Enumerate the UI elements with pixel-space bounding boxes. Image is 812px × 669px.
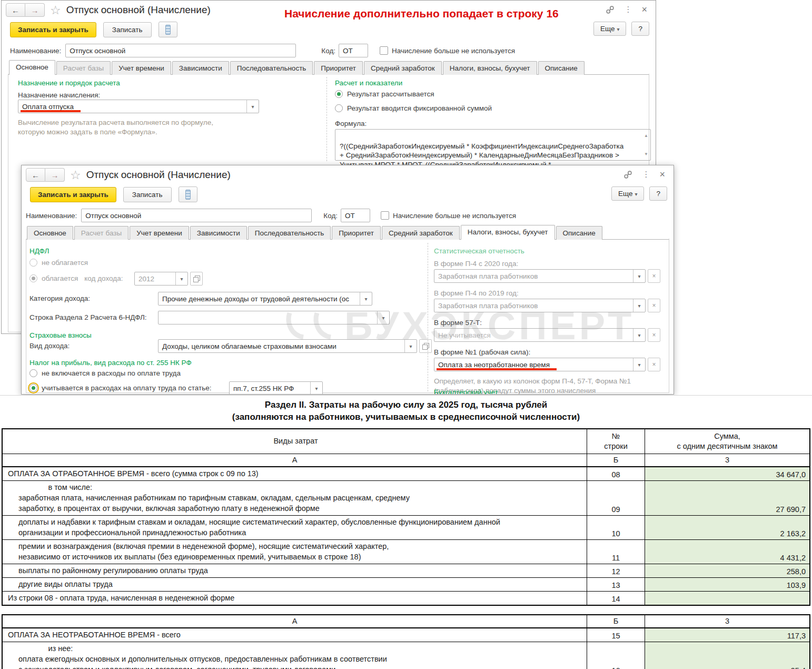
clear-f57-button[interactable]: × [648,328,660,342]
change-history-button[interactable] [159,22,177,37]
report-section: Раздел II. Затраты на рабочую силу за 20… [0,395,812,669]
menu-dots-icon[interactable]: ⋮ [624,5,632,14]
toolbar: Записать и закрыть Записать [10,22,177,37]
p4-2019-label: В форме П-4 по 2019 год: [434,289,519,297]
clear-f1-button[interactable]: × [648,358,660,371]
row-num: 08 [587,467,645,480]
letter-c: 3 [645,615,809,627]
tab-posledovatelnost[interactable]: Последовательность [248,226,331,240]
radio-icon[interactable] [29,369,37,377]
f57-select[interactable]: Не учитывается ▾ [434,328,646,342]
dropdown-arrow-icon[interactable]: ▾ [633,329,645,341]
back-button[interactable]: ← [6,3,25,17]
save-button[interactable]: Записать [123,187,172,202]
tab-osnovnoe[interactable]: Основное [27,226,73,240]
forward-button[interactable]: → [25,3,45,17]
close-icon[interactable]: × [659,170,665,179]
help-button[interactable]: ? [631,22,649,36]
favorite-star-icon[interactable]: ☆ [70,169,81,181]
income-code-select[interactable]: 2012 ▾ [134,272,188,286]
tab-osnovnoe[interactable]: Основное [9,60,55,75]
code-input[interactable]: ОТ [339,44,368,57]
save-close-button[interactable]: Записать и закрыть [10,22,96,37]
back-button[interactable]: ← [26,168,45,182]
radio-result-fixed[interactable]: Результат вводится фиксированной суммой [335,104,492,112]
forward-button[interactable]: → [45,168,65,182]
radio-result-calculated[interactable]: Результат рассчитывается [335,90,434,98]
tab-posledovatelnost[interactable]: Последовательность [230,61,313,75]
p4-2019-select[interactable]: Заработная плата работников ▾ [434,299,646,312]
dropdown-arrow-icon[interactable]: ▾ [404,340,417,352]
code-input[interactable]: ОТ [341,209,370,222]
clear-p4-2019-button[interactable]: × [648,299,660,312]
p4-2020-select[interactable]: Заработная плата работников ▾ [434,269,646,283]
menu-dots-icon[interactable]: ⋮ [642,170,650,179]
tab-raschet-bazy[interactable]: Расчет базы [56,61,111,75]
radio-not-included[interactable]: не включается в расходы по оплате труда [29,369,181,377]
radio-included[interactable]: учитывается в расходах на оплату труда п… [29,384,212,392]
link-icon[interactable] [623,170,632,179]
save-button[interactable]: Записать [103,22,152,37]
purpose-select[interactable]: Оплата отпуска ▾ [18,100,259,113]
expense-article-select[interactable]: пп.7, ст.255 НК РФ ▾ [229,381,323,395]
tab-raschet-bazy[interactable]: Расчет базы [74,226,128,240]
tab-uchet-vremeni[interactable]: Учет времени [130,226,189,240]
clear-p4-2020-button[interactable]: × [648,269,660,283]
scroll-up-icon[interactable]: ▲ [644,131,648,141]
f1-select[interactable]: Оплата за неотработанное время ▾ [434,358,646,371]
table-row: премии и вознаграждения (включая премии … [3,539,809,564]
tab-opisanie[interactable]: Описание [538,61,585,75]
scroll-down-icon[interactable]: ▼ [644,150,648,159]
save-close-button[interactable]: Записать и закрыть [30,187,116,202]
radio-icon[interactable] [29,384,37,392]
open-income-code-button[interactable] [190,272,203,286]
tab-sredniy-zarabotok[interactable]: Средний заработок [364,61,442,75]
radio-icon[interactable] [335,90,343,98]
close-icon[interactable]: × [641,5,647,14]
line6-select[interactable]: ▾ [158,311,390,324]
more-button[interactable]: Еще▾ [611,186,645,201]
ndfl-heading: НДФЛ [29,247,49,255]
name-input[interactable]: Отпуск основной [81,209,312,222]
tab-sredniy-zarabotok[interactable]: Средний заработок [382,226,460,240]
unused-checkbox[interactable] [381,211,389,220]
radio-icon[interactable] [335,104,343,112]
row-text: премии и вознаграждения (включая премии … [3,540,587,564]
name-input[interactable]: Отпуск основной [65,44,296,57]
dropdown-arrow-icon[interactable]: ▾ [377,311,389,324]
favorite-star-icon[interactable]: ☆ [50,4,61,16]
dropdown-arrow-icon[interactable]: ▾ [633,270,645,282]
p4-2020-value: Заработная плата работников [434,270,633,282]
radio-icon[interactable] [29,259,37,267]
income-kind-select[interactable]: Доходы, целиком облагаемые страховыми вз… [158,339,417,353]
dropdown-arrow-icon[interactable]: ▾ [246,100,259,113]
radio-icon[interactable] [29,274,37,282]
unused-checkbox[interactable] [380,46,388,55]
tab-prioritet[interactable]: Приоритет [332,226,381,240]
tab-opisanie[interactable]: Описание [556,226,602,240]
dropdown-arrow-icon[interactable]: ▾ [175,272,187,285]
radio-taxed[interactable]: облагается код дохода: [29,274,123,282]
window-controls: ⋮ × [623,170,665,179]
tab-zavisimosti[interactable]: Зависимости [190,226,247,240]
tab-nalogi[interactable]: Налоги, взносы, бухучет [443,61,537,75]
red-underline [21,110,81,112]
help-button[interactable]: ? [649,186,667,201]
dropdown-arrow-icon[interactable]: ▾ [310,382,322,395]
radio-not-taxed[interactable]: не облагается [29,259,88,267]
dropdown-arrow-icon[interactable]: ▾ [633,358,645,371]
change-history-button[interactable] [179,186,197,202]
tab-nalogi[interactable]: Налоги, взносы, бухучет [461,225,555,240]
open-income-kind-button[interactable] [419,339,432,353]
tab-zavisimosti[interactable]: Зависимости [172,61,229,75]
income-category-select[interactable]: Прочие денежные доходы от трудовой деяте… [158,292,372,306]
row-num: 14 [587,592,645,605]
dropdown-arrow-icon[interactable]: ▾ [360,292,372,305]
row-sum: 117,3 [645,628,809,642]
more-button[interactable]: Еще▾ [593,22,627,36]
dropdown-arrow-icon[interactable]: ▾ [633,299,645,312]
tab-uchet-vremeni[interactable]: Учет времени [112,61,171,75]
link-icon[interactable] [606,5,615,14]
formula-input[interactable]: ?((СреднийЗаработокИндексируемый * Коэфф… [335,129,651,161]
tab-prioritet[interactable]: Приоритет [314,61,363,75]
